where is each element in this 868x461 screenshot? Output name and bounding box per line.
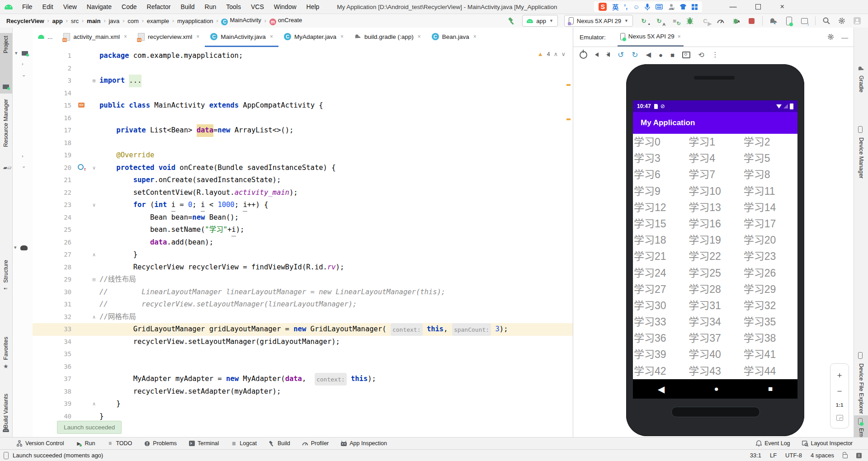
tab-build-gradle-app-[interactable]: build.gradle (:app)× <box>349 28 426 47</box>
code-line-3[interactable]: 3⊞import ... <box>33 75 573 87</box>
breadcrumb-main[interactable]: main <box>86 18 101 24</box>
code-line-18[interactable]: 18 <box>33 137 573 150</box>
tab-myadapter-java[interactable]: CMyAdapter.java× <box>278 28 349 47</box>
caret-position[interactable]: 33:1 <box>750 452 761 459</box>
tree-expand-icon[interactable]: › <box>22 61 24 66</box>
breadcrumb-java[interactable]: java <box>108 18 120 24</box>
profile-button[interactable]: C▶ <box>701 16 710 25</box>
file-encoding[interactable]: UTF-8 <box>785 452 802 459</box>
settings-gear-icon[interactable] <box>837 16 846 25</box>
grid-item[interactable]: 学习40 <box>688 346 742 362</box>
error-stripe-mark[interactable] <box>566 84 571 86</box>
grid-item[interactable]: 学习11 <box>743 183 797 199</box>
grid-item[interactable]: 学习35 <box>743 314 797 330</box>
toolwindow-todo[interactable]: ≡TODO <box>107 440 132 447</box>
grid-item[interactable]: 学习44 <box>743 363 797 379</box>
project-tree-strip[interactable]: ▾ › ⌄ › ⌄ ▾ <box>13 28 33 437</box>
code-line-1[interactable]: 1package com.example.myapplication; <box>33 50 573 62</box>
line-number[interactable]: 15 <box>33 99 77 112</box>
status-message[interactable]: Launch succeeded (moments ago) <box>13 452 103 459</box>
snapshots-icon[interactable]: ⟲ <box>698 51 704 59</box>
grid-item[interactable]: 学习42 <box>633 363 688 379</box>
toolwindow-profiler[interactable]: Profiler <box>302 440 329 447</box>
overriding-method-icon[interactable] <box>78 164 84 170</box>
grid-item[interactable]: 学习14 <box>743 199 797 216</box>
indent-setting[interactable]: 4 spaces <box>811 452 834 459</box>
error-stripe-mark[interactable] <box>566 118 571 120</box>
related-xml-icon[interactable]: <> <box>78 103 85 108</box>
code-line-16[interactable]: 16 <box>33 112 573 125</box>
build-hammer-icon[interactable] <box>507 16 516 25</box>
line-number[interactable]: 18 <box>33 137 77 150</box>
line-number[interactable]: 19 <box>33 149 77 162</box>
grid-item[interactable]: 学习41 <box>743 346 797 362</box>
line-number[interactable]: 21 <box>33 174 77 187</box>
ime-keyboard-icon[interactable] <box>656 4 663 9</box>
line-number[interactable]: 23 <box>33 199 77 212</box>
attach-debugger-button[interactable] <box>731 16 741 25</box>
grid-item[interactable]: 学习7 <box>688 166 742 183</box>
inspections-widget[interactable]: ▲ 4 ∧ ∨ <box>538 51 566 57</box>
code-line-2[interactable]: 2 <box>33 62 573 75</box>
toolwindow-logcat[interactable]: ≣Logcat <box>231 440 257 447</box>
toolwindow-layout-inspector[interactable]: Layout Inspector <box>802 440 853 447</box>
grid-item[interactable]: 学习34 <box>688 314 742 330</box>
line-number[interactable]: 25 <box>33 224 77 236</box>
code-line-33[interactable]: 33 GridLayoutManager gridLayoutManager =… <box>33 323 573 336</box>
grid-item[interactable]: 学习27 <box>633 281 688 297</box>
line-number[interactable]: 26 <box>33 236 77 249</box>
code-line-14[interactable]: 14 <box>33 87 573 100</box>
grid-item[interactable]: 学习9 <box>633 183 688 199</box>
home-icon[interactable]: ● <box>659 51 663 59</box>
code-line-26[interactable]: 26 data.add(bean); <box>33 236 573 249</box>
line-number[interactable]: 16 <box>33 112 77 125</box>
toolwindow-app-inspection[interactable]: App Inspection <box>340 440 387 447</box>
line-number[interactable]: 37 <box>33 373 77 386</box>
code-line-23[interactable]: 23∨ for (int i = 0; i < 1000; i++) { <box>33 199 573 212</box>
tool-stripe-device-file-explorer[interactable]: Device File Explorer <box>858 363 864 414</box>
emulator-device-tab[interactable]: Nexus 5X API 29 × <box>618 28 684 47</box>
code-line-22[interactable]: 22 setContentView(R.layout.activity_main… <box>33 187 573 199</box>
ime-voice-icon[interactable] <box>645 4 650 10</box>
overview-icon[interactable]: ■ <box>670 51 675 59</box>
code-line-35[interactable]: 35 <box>33 348 573 361</box>
line-number[interactable]: 20 <box>33 162 77 174</box>
grid-item[interactable]: 学习10 <box>688 183 742 199</box>
grid-item[interactable]: 学习43 <box>688 363 742 379</box>
maximize-button[interactable] <box>755 4 761 9</box>
run-configuration-select[interactable]: app ▼ <box>522 15 558 27</box>
grid-item[interactable]: 学习25 <box>688 265 742 281</box>
close-tab-icon[interactable]: × <box>340 33 344 40</box>
line-number[interactable]: 39 <box>33 398 77 410</box>
code-line-29[interactable]: 29⊟//线性布局 <box>33 273 573 286</box>
ime-emoji-icon[interactable]: ☺ <box>633 3 639 10</box>
grid-item[interactable]: 学习32 <box>743 297 797 314</box>
ime-skin-icon[interactable] <box>680 4 686 9</box>
code-line-30[interactable]: 30// LinearLayoutManager linearLayoutMan… <box>33 286 573 299</box>
breadcrumb-oncreate[interactable]: monCreate <box>269 17 303 25</box>
grid-item[interactable]: 学习38 <box>743 330 797 346</box>
tree-collapse-icon[interactable]: ⌄ <box>22 163 26 169</box>
tab-activity-main-xml[interactable]: activity_main.xml× <box>58 28 132 47</box>
code-line-31[interactable]: 31// recyclerView.setLayoutManager(linea… <box>33 298 573 311</box>
apply-code-changes-button[interactable]: ≡↻ <box>670 16 679 25</box>
breadcrumb-app[interactable]: app <box>52 18 64 24</box>
grid-item[interactable]: 学习29 <box>743 281 797 297</box>
line-number[interactable]: 24 <box>33 212 77 224</box>
grid-item[interactable]: 学习23 <box>743 248 797 264</box>
close-button[interactable]: × <box>780 3 784 11</box>
rerun-button[interactable]: ↻▪ <box>639 16 648 25</box>
volume-up-icon[interactable] <box>606 52 610 57</box>
menu-window[interactable]: Window <box>269 0 302 14</box>
menu-code[interactable]: Code <box>117 0 142 14</box>
code-line-24[interactable]: 24 Bean bean=new Bean(); <box>33 212 573 224</box>
nav-home-icon[interactable]: ● <box>714 385 718 394</box>
more-icon[interactable]: ⋮ <box>712 51 719 59</box>
gradle-sync-icon[interactable] <box>769 16 778 25</box>
tree-collapse-icon[interactable]: ⌄ <box>22 72 26 78</box>
grid-item[interactable]: 学习6 <box>633 166 688 183</box>
close-tab-icon[interactable]: × <box>418 33 421 40</box>
readonly-lock-icon[interactable] <box>843 454 848 458</box>
tab--[interactable]: ... <box>33 28 58 47</box>
breadcrumb-example[interactable]: example <box>146 18 170 24</box>
